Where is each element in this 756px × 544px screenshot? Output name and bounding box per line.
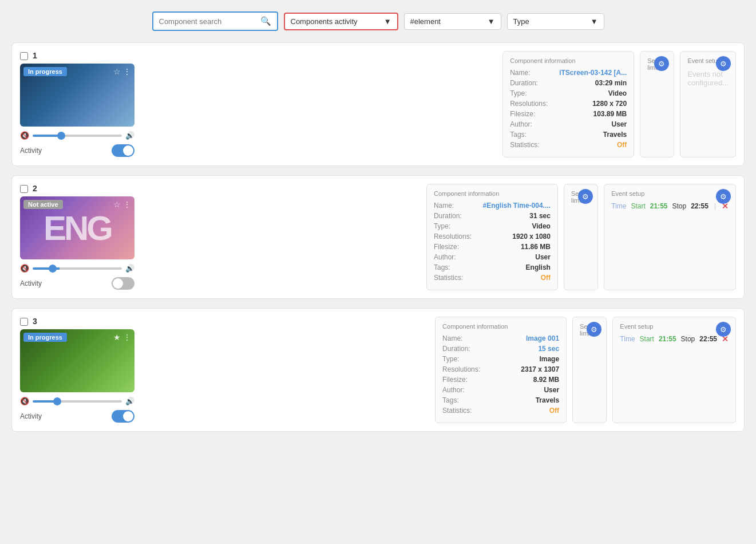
search-icon-button[interactable]: 🔍 [260,16,271,26]
search-input[interactable] [159,17,260,26]
toolbar: 🔍 Components activity ▼ #element ▼ Type … [11,11,745,31]
card-3-name-label: Name: [442,334,462,342]
card-1-limits-gear-button[interactable]: ⚙ [654,56,669,71]
card-2-thumb-text: ENG [43,208,111,248]
card-3-event-label-0: Time [620,335,635,343]
card-2-events-title: Event setup [611,190,729,197]
card-2-number: 2 [33,184,37,193]
card-3-events-gear-button[interactable]: ⚙ [716,322,731,337]
card-3-info-section: Component information Name: Image 001 Du… [435,317,567,423]
card-1-number: 1 [33,51,37,60]
card-3-status-badge: In progress [23,333,67,342]
card-3-stats-value: Off [549,407,559,415]
card-3-menu-icon[interactable]: ⋮ [123,333,131,342]
card-2-star-icon[interactable]: ☆ [113,200,121,209]
card-3-volume-row: 🔇 🔊 [20,397,134,405]
card-2-thumbnail: ENG Not active ☆ ⋮ [20,196,134,259]
card-3-volume-slider[interactable] [33,400,122,403]
card-2-name-row: Name: #English Time-004.... [434,202,551,210]
card-2-sections: Component information Name: #English Tim… [426,184,736,290]
card-2-author-label: Author: [434,253,456,261]
card-2-type-value: Video [532,222,550,230]
card-1-duration-row: Duration: 03:29 min [510,79,627,87]
card-3-events-title: Event setup [620,323,729,330]
card-2-status-badge: Not active [23,200,63,209]
card-2-volume-slider[interactable] [33,267,122,270]
card-2-type-row: Type: Video [434,222,551,230]
card-2-event-stop-label-0: Stop [672,202,686,210]
card-2-author-row: Author: User [434,253,551,261]
card-1-sections: Component information Name: iTScreen-03-… [502,51,736,157]
card-3-limits-gear-button[interactable]: ⚙ [587,322,601,337]
card-2-thumb-icons: ☆ ⋮ [113,200,131,209]
element-dropdown[interactable]: #element ▼ [404,13,501,30]
card-1-volume-row: 🔇 🔊 [20,131,134,140]
card-2-author-value: User [535,253,551,261]
activity-dropdown[interactable]: Components activity ▼ [284,13,398,30]
type-dropdown[interactable]: Type ▼ [507,13,604,30]
card-3-duration-value[interactable]: 15 sec [538,345,559,353]
card-2-events-gear-button[interactable]: ⚙ [716,189,731,204]
search-box[interactable]: 🔍 [152,11,278,31]
card-2-duration-label: Duration: [434,212,462,220]
card-3-res-row: Resolutions: 2317 x 1307 [442,365,559,373]
card-3-vol-loud-icon: 🔊 [125,397,134,405]
card-3-star-icon[interactable]: ★ [113,333,121,342]
card-1-type-value: Video [608,89,627,97]
card-1-stats-row: Statistics: Off [510,141,627,149]
card-2-activity-row: Activity [20,277,134,290]
card-3-activity-row: Activity [20,410,134,423]
card-2-menu-icon[interactable]: ⋮ [123,200,131,209]
card-1-events-gear-button[interactable]: ⚙ [716,56,731,71]
card-3-filesize-row: Filesize: 8.92 MB [442,376,559,384]
card-1-volume-slider[interactable] [33,135,122,137]
card-3-thumb-icons: ★ ⋮ [113,333,131,342]
card-2-duration-row: Duration: 31 sec [434,212,551,220]
card-2-tags-value: English [526,263,551,271]
card-3-number: 3 [33,317,37,326]
card-2-event-stop-val-0: 22:55 [691,202,708,210]
card-3-activity-toggle[interactable] [112,410,134,423]
card-2-event-divider-0: | [714,202,716,210]
card-3-limits-section: Setting limits ⚙ [572,317,607,423]
card-3-tags-value: Travels [536,396,559,404]
card-3-tags-row: Tags: Travels [442,396,559,404]
card-2-activity-toggle[interactable] [112,277,134,290]
card-3-type-value: Image [539,355,559,363]
card-1-res-value: 1280 x 720 [592,100,627,108]
card-1-name-row: Name: iTScreen-03-142 [A... [510,69,627,77]
card-3-duration-label: Duration: [442,345,470,353]
card-1-name-value[interactable]: iTScreen-03-142 [A... [559,69,627,77]
card-3-checkbox[interactable] [20,318,28,326]
element-dropdown-label: #element [410,17,441,26]
card-2-name-value[interactable]: #English Time-004.... [482,202,551,210]
card-3-event-stop-label-0: Stop [681,335,695,343]
card-2-checkbox[interactable] [20,185,28,193]
card-1-menu-icon[interactable]: ⋮ [123,67,131,76]
card-2-limits-gear-button[interactable]: ⚙ [578,189,593,204]
card-2-event-label-0: Time [611,202,626,210]
card-1-activity-toggle[interactable] [112,144,134,157]
card-3-event-stop-val-0: 22:55 [699,335,717,343]
card-1-checkbox[interactable] [20,52,28,60]
card-1-tags-row: Tags: Travels [510,131,627,139]
card-3-res-value: 2317 x 1307 [521,365,559,373]
card-1-star-icon[interactable]: ☆ [113,67,121,76]
card-3-name-value[interactable]: Image 001 [526,334,559,342]
card-3-events-section: Event setup ⚙ Time Start 21:55 Stop 22:5… [612,317,736,423]
card-2-vol-mute-icon: 🔇 [20,264,29,273]
card-1-type-row: Type: Video [510,89,627,97]
card-3-duration-row: Duration: 15 sec [442,345,559,353]
card-3-stats-row: Statistics: Off [442,407,559,415]
card-3-activity-label: Activity [20,412,42,420]
card-1-tags-value: Travels [603,131,627,139]
card-1-events-section: Event setup ⚙ Events not configured... [680,51,736,157]
card-3-event-start-val-0: 21:55 [659,335,676,343]
card-3-vol-mute-icon: 🔇 [20,397,29,405]
card-3-name-row: Name: Image 001 [442,334,559,342]
card-2-res-label: Resolutions: [434,232,472,241]
card-2-events-section: Event setup ⚙ Time Start 21:55 Stop 22:5… [604,184,736,290]
card-1-stats-value: Off [617,141,627,149]
card-2-filesize-label: Filesize: [434,243,459,251]
card-1-duration-value: 03:29 min [595,79,627,87]
